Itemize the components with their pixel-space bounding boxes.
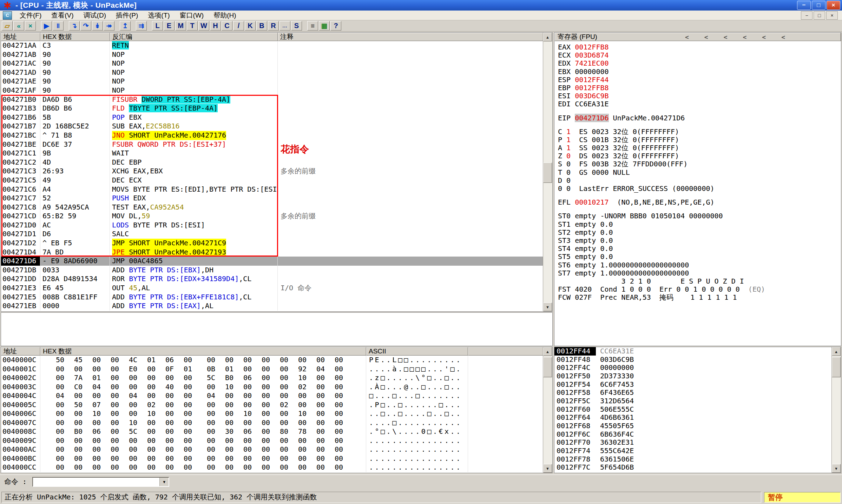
- breakpoints-button[interactable]: B: [256, 21, 267, 31]
- disasm-header-address[interactable]: 地址: [1, 33, 40, 41]
- windows-button[interactable]: W: [198, 21, 209, 31]
- disasm-row[interactable]: 004271DB0033ADD BYTE PTR DS:[EBX],DH: [1, 266, 543, 275]
- registers-arrow-button-1[interactable]: <: [704, 33, 708, 41]
- register-line[interactable]: FST 4020 Cond 1 0 0 0 Err 0 0 1 0 0 0 0 …: [558, 285, 841, 293]
- stack-row[interactable]: 0012FF5C312D6564: [554, 397, 832, 405]
- help-button[interactable]: ?: [330, 21, 341, 31]
- register-line[interactable]: D 0: [558, 177, 841, 185]
- disasm-header-hex[interactable]: HEX 数据: [40, 33, 110, 41]
- pause-button[interactable]: ‖: [53, 21, 64, 31]
- menu-item-0[interactable]: 文件(F): [15, 10, 46, 21]
- scroll-thumb[interactable]: [832, 357, 841, 377]
- stack-row[interactable]: 0012FF48003D6C9B: [554, 356, 832, 364]
- dump-header-ascii[interactable]: ASCII: [366, 347, 468, 356]
- dump-row[interactable]: 0040008C00B006005C0000000030060080780000…: [1, 427, 543, 436]
- disasm-row[interactable]: 004271BEDC6E 37FSUBR QWORD PTR DS:[ESI+3…: [1, 140, 543, 149]
- registers-arrow-button-3[interactable]: <: [743, 33, 746, 41]
- run-trace-button[interactable]: ...: [279, 21, 290, 31]
- register-line[interactable]: S 0 FS 003B 32位 7FFDD000(FFF): [558, 160, 841, 168]
- dump-row[interactable]: 004000CC00000000000000000000000000000000…: [1, 463, 543, 472]
- cpu-window-icon[interactable]: C: [3, 11, 12, 20]
- register-line[interactable]: A 1 SS 0023 32位 0(FFFFFFFF): [558, 144, 841, 152]
- stack-row[interactable]: 0012FF4C00000000: [554, 364, 832, 372]
- disasm-row[interactable]: 004271C326:93XCHG EAX,EBX多余的前缀: [1, 167, 543, 176]
- dump-row[interactable]: 004000BC00000000000000000000000000000000…: [1, 454, 543, 463]
- dump-row[interactable]: 0040003C00C00400000040000010000000020000…: [1, 383, 543, 392]
- close-button[interactable]: ×: [827, 1, 840, 10]
- debugging-options-button[interactable]: ≡: [307, 21, 318, 31]
- threads-button[interactable]: T: [187, 21, 198, 31]
- scroll-down-arrow-icon[interactable]: ▼: [543, 464, 552, 473]
- disasm-row[interactable]: 004271D0ACLODS BYTE PTR DS:[ESI]: [1, 221, 543, 230]
- disasm-row[interactable]: 004271BC^ 71 B8JNO SHORT UnPackMe.004271…: [1, 131, 543, 140]
- minimize-button[interactable]: −: [797, 1, 811, 10]
- scroll-up-arrow-icon[interactable]: ▲: [832, 347, 841, 356]
- restart-button[interactable]: «: [13, 21, 24, 31]
- call-stack-button[interactable]: K: [245, 21, 256, 31]
- stack-row[interactable]: 0012FF546C6F7453: [554, 380, 832, 389]
- step-over-button[interactable]: ↷: [80, 21, 91, 31]
- register-line[interactable]: ESI 003D6C9B: [558, 92, 841, 100]
- register-line[interactable]: ECX 003D6874: [558, 51, 841, 59]
- disasm-row[interactable]: 004271B72D 168BC5E2SUB EAX,E2C58B16: [1, 122, 543, 131]
- disasm-row[interactable]: 004271CD65:B2 59MOV DL,59多余的前缀: [1, 212, 543, 221]
- register-line[interactable]: ST2 empty 0.0: [558, 228, 841, 237]
- disasm-row[interactable]: 004271C549DEC ECX: [1, 176, 543, 185]
- menu-item-1[interactable]: 查看(V): [46, 10, 78, 21]
- dump-row[interactable]: 0040000C504500004C0106000000000000000000…: [1, 356, 543, 365]
- disasm-row[interactable]: 004271AF90NOP: [1, 86, 543, 95]
- register-line[interactable]: C 1 ES 0023 32位 0(FFFFFFFF): [558, 128, 841, 136]
- dump-row[interactable]: 0040009C00000000000000000000000000000000…: [1, 436, 543, 445]
- cpu-window-button[interactable]: C: [222, 21, 232, 31]
- command-input[interactable]: [33, 478, 159, 486]
- disasm-row[interactable]: 004271AC90NOP: [1, 59, 543, 68]
- step-into-button[interactable]: ↴: [69, 21, 80, 31]
- patches-button[interactable]: /: [233, 21, 244, 31]
- stack-row[interactable]: 0012FF7C5F654D6B: [554, 463, 832, 472]
- open-file-button[interactable]: ▱: [2, 21, 13, 31]
- memory-map-button[interactable]: M: [175, 21, 186, 31]
- register-line[interactable]: ST1 empty 0.0: [558, 220, 841, 228]
- disasm-row[interactable]: 004271C24DDEC EBP: [1, 158, 543, 167]
- child-close-button[interactable]: ×: [826, 11, 838, 20]
- disasm-row[interactable]: 004271C752PUSH EDX: [1, 194, 543, 203]
- trace-into-button[interactable]: ↡: [92, 21, 103, 31]
- dump-scrollbar[interactable]: ▲ ▼: [543, 347, 552, 473]
- registers-arrow-button-5[interactable]: <: [781, 33, 785, 41]
- register-line[interactable]: EBP 0012FFB8: [558, 84, 841, 92]
- register-line[interactable]: ST5 empty 0.0: [558, 253, 841, 261]
- register-line[interactable]: 0 0 LastErr ERROR_SUCCESS (00000000): [558, 185, 841, 193]
- register-line[interactable]: P 1 CS 001B 32位 0(FFFFFFFF): [558, 136, 841, 144]
- run-button[interactable]: ▶: [41, 21, 52, 31]
- disasm-row[interactable]: 004271AD90NOP: [1, 68, 543, 77]
- register-line[interactable]: T 0 GS 0000 NULL: [558, 168, 841, 177]
- disasm-row[interactable]: 004271AB90NOP: [1, 50, 543, 59]
- disasm-row[interactable]: 004271B0DA6D B6FISUBR DWORD PTR SS:[EBP-…: [1, 95, 543, 104]
- dump-row[interactable]: 0040007C00000000100000000000000000000000…: [1, 418, 543, 427]
- registers-arrow-button-4[interactable]: <: [762, 33, 766, 41]
- restore-button[interactable]: □: [812, 1, 825, 10]
- menu-item-6[interactable]: 帮助(H): [209, 10, 241, 21]
- stack-row[interactable]: 0012FF502D373330: [554, 372, 832, 380]
- stack-row[interactable]: 0012FF60506E555C: [554, 405, 832, 414]
- references-button[interactable]: R: [268, 21, 279, 31]
- stack-row[interactable]: 0012FF74555C642E: [554, 447, 832, 455]
- disasm-row[interactable]: 004271B65BPOP EBX: [1, 113, 543, 122]
- stack-row[interactable]: 0012FF786361506E: [554, 455, 832, 464]
- stack-row[interactable]: 0012FF586F436E65: [554, 389, 832, 397]
- register-line[interactable]: Z 0 DS 0023 32位 0(FFFFFFFF): [558, 152, 841, 160]
- stack-scrollbar[interactable]: ▲ ▼: [831, 347, 841, 473]
- dump-header-address[interactable]: 地址: [1, 347, 40, 356]
- disasm-row[interactable]: 004271D6- E9 8AD66900JMP 00AC4865: [1, 257, 543, 266]
- disasm-row[interactable]: 004271C6A4MOVS BYTE PTR ES:[EDI],BYTE PT…: [1, 185, 543, 194]
- child-minimize-button[interactable]: −: [801, 11, 813, 20]
- disasm-row[interactable]: 004271D47A BDJPE SHORT UnPackMe.00427193: [1, 248, 543, 257]
- disasm-row[interactable]: 004271E5008B C881E1FFADD BYTE PTR DS:[EB…: [1, 293, 543, 302]
- menu-item-5[interactable]: 窗口(W): [175, 10, 209, 21]
- scroll-up-arrow-icon[interactable]: ▲: [543, 33, 552, 41]
- stack-row[interactable]: 0012FF6845505F65: [554, 422, 832, 430]
- dump-row[interactable]: 0040005C00500700000200000000000002000000…: [1, 400, 543, 410]
- register-line[interactable]: ST0 empty -UNORM BBB0 01050104 00000000: [558, 212, 841, 220]
- register-line[interactable]: EBX 00000000: [558, 68, 841, 76]
- source-button[interactable]: S: [291, 21, 302, 31]
